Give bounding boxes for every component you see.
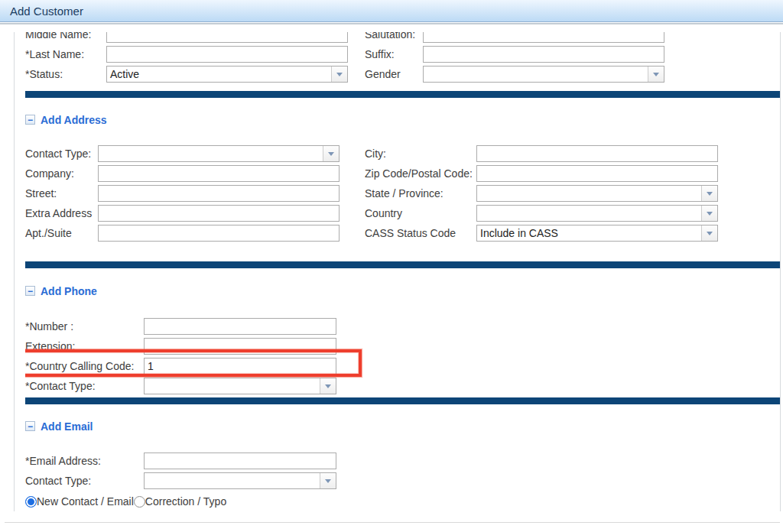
state-province-dropdown-value — [477, 186, 701, 201]
number-input[interactable] — [144, 318, 336, 335]
salutation-input[interactable] — [423, 32, 664, 43]
contact-type-dropdown[interactable] — [144, 378, 336, 394]
window-titlebar: Add Customer — [0, 0, 783, 22]
status-dropdown-value: Active — [107, 66, 331, 82]
city-label: City: — [365, 148, 476, 160]
zip-code-postal-code-input[interactable] — [476, 165, 718, 182]
form-row: Country — [365, 205, 718, 222]
form-row: Gender — [365, 66, 664, 83]
extra-address-input[interactable] — [98, 205, 340, 222]
gender-dropdown-value — [424, 66, 648, 82]
chevron-down-icon — [653, 73, 659, 76]
section-phone: − Add Phone *Number :Extension:*Country … — [25, 285, 780, 394]
contact-type-dropdown-value — [99, 146, 323, 161]
gender-dropdown[interactable] — [423, 66, 664, 83]
status-label: *Status: — [25, 68, 106, 80]
company-label: Company: — [25, 167, 98, 180]
contact-type-dropdown-button[interactable] — [320, 378, 336, 394]
email-address-input[interactable] — [144, 453, 336, 469]
country-dropdown-value — [477, 206, 701, 221]
state-province-label: State / Province: — [365, 187, 476, 200]
country-calling-code-input[interactable] — [144, 358, 336, 375]
section-divider — [25, 397, 780, 404]
extension-input[interactable] — [144, 338, 336, 355]
status-dropdown[interactable]: Active — [106, 66, 348, 83]
company-input[interactable] — [98, 165, 340, 182]
bottom-divider — [5, 522, 780, 523]
form-row: Zip Code/Postal Code: — [365, 165, 718, 182]
country-calling-code-label: *Country Calling Code: — [25, 360, 144, 372]
contact-type-label: Contact Type: — [25, 475, 144, 487]
chevron-down-icon — [336, 73, 343, 76]
form-row: *Last Name: — [25, 46, 365, 63]
contact-type-dropdown-value — [145, 378, 320, 394]
collapse-address-icon[interactable]: − — [25, 115, 35, 125]
last-name-input[interactable] — [106, 46, 348, 63]
suffix-label: Suffix: — [365, 48, 423, 60]
chevron-down-icon — [707, 192, 713, 196]
titlebar-underline — [0, 23, 783, 24]
chevron-down-icon — [707, 212, 713, 216]
contact-type-dropdown[interactable] — [144, 472, 336, 489]
chevron-down-icon — [707, 232, 713, 235]
country-label: Country — [365, 207, 476, 219]
radio-correction-typo[interactable] — [134, 496, 145, 508]
contact-type-dropdown-value — [145, 473, 320, 488]
scroll-clip-region: Middle Name:*Last Name:*Status:Active Sa… — [25, 32, 780, 508]
chevron-down-icon — [328, 152, 334, 156]
country-dropdown[interactable] — [476, 205, 718, 222]
email-section-title: Add Email — [41, 420, 93, 433]
form-row: CASS Status CodeInclude in CASS — [365, 225, 718, 242]
country-dropdown-button[interactable] — [701, 206, 717, 221]
suffix-input[interactable] — [423, 46, 664, 63]
state-province-dropdown[interactable] — [476, 185, 718, 202]
section-divider — [25, 91, 780, 98]
form-panel: Middle Name:*Last Name:*Status:Active Sa… — [14, 32, 781, 511]
form-row: *Number : — [25, 318, 780, 335]
email-section-header: − Add Email — [25, 420, 780, 432]
street-label: Street: — [25, 187, 98, 200]
section-email: − Add Email *Email Address:Contact Type:… — [25, 420, 780, 508]
contact-type-dropdown-button[interactable] — [320, 473, 336, 488]
phone-section-title: Add Phone — [41, 285, 97, 297]
address-section-header: − Add Address — [25, 114, 780, 125]
form-row: Apt./Suite — [25, 225, 365, 242]
section-personal: Middle Name:*Last Name:*Status:Active Sa… — [25, 32, 780, 86]
cass-status-code-dropdown[interactable]: Include in CASS — [476, 225, 718, 242]
email-mode-radio-group: New Contact / EmailCorrection / Typo — [25, 495, 780, 508]
form-row: Extra Address — [25, 205, 365, 222]
chevron-down-icon — [325, 384, 331, 388]
extension-label: Extension: — [25, 340, 144, 352]
contact-type-dropdown[interactable] — [98, 145, 340, 162]
collapse-email-icon[interactable]: − — [25, 421, 35, 431]
gender-dropdown-button[interactable] — [648, 66, 664, 82]
apt-suite-label: Apt./Suite — [25, 227, 98, 239]
street-input[interactable] — [98, 185, 340, 202]
form-row: *Country Calling Code: — [25, 358, 780, 375]
contact-type-label: *Contact Type: — [25, 380, 144, 392]
form-row: City: — [365, 145, 718, 162]
form-row: Contact Type: — [25, 472, 780, 489]
zip-code-postal-code-label: Zip Code/Postal Code: — [365, 167, 476, 180]
form-row: Extension: — [25, 338, 780, 355]
extra-address-label: Extra Address — [25, 207, 98, 219]
cass-status-code-label: CASS Status Code — [365, 227, 476, 239]
collapse-phone-icon[interactable]: − — [25, 286, 35, 296]
section-divider — [25, 261, 780, 268]
apt-suite-input[interactable] — [98, 225, 340, 242]
number-label: *Number : — [25, 320, 144, 332]
form-row: Middle Name: — [25, 32, 365, 43]
form-row: State / Province: — [365, 185, 718, 202]
form-row: Street: — [25, 185, 365, 202]
address-section-title: Add Address — [41, 114, 107, 126]
form-row: Suffix: — [365, 46, 664, 63]
contact-type-dropdown-button[interactable] — [323, 146, 339, 161]
status-dropdown-button[interactable] — [331, 66, 347, 82]
radio-new-contact-email-label: New Contact / Email — [37, 495, 134, 508]
radio-new-contact-email[interactable] — [25, 496, 37, 508]
middle-name-label: Middle Name: — [25, 32, 106, 41]
middle-name-input[interactable] — [106, 32, 348, 43]
city-input[interactable] — [476, 145, 718, 162]
state-province-dropdown-button[interactable] — [701, 186, 717, 201]
cass-status-code-dropdown-button[interactable] — [701, 225, 717, 241]
